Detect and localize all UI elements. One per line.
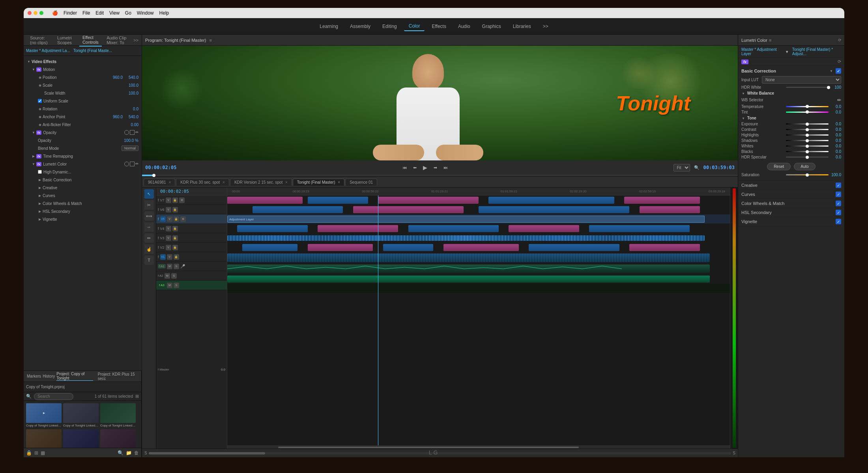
menu-window[interactable]: Window <box>137 10 154 16</box>
tab-kdr15-close[interactable]: × <box>285 180 288 184</box>
minimize-button[interactable] <box>34 11 37 15</box>
nav-assembly[interactable]: Assembly <box>345 22 375 31</box>
clip-v4-4[interactable] <box>509 225 579 232</box>
track-v7-lock[interactable]: 🔒 <box>172 197 178 203</box>
tool-zoom[interactable]: T <box>144 255 154 265</box>
thumb-1[interactable]: Copy of Tonight Linked... 2:19 <box>63 403 99 428</box>
track-a3-target[interactable]: f A3 <box>158 283 166 287</box>
collapse-scale[interactable]: ◉ <box>38 83 42 87</box>
nav-graphics[interactable]: Graphics <box>477 22 506 31</box>
shadows-slider[interactable] <box>786 140 829 141</box>
maximize-button[interactable] <box>39 11 43 15</box>
track-v6-lock[interactable]: 🔒 <box>172 207 178 212</box>
tone-title[interactable]: ▼ Tone <box>741 116 841 121</box>
thumb-3[interactable]: Copy of Tonight Linked... 1:10 <box>26 429 62 448</box>
basic-correction-checkbox[interactable]: ✓ <box>836 68 841 74</box>
tl-zoom-slider[interactable] <box>149 452 731 454</box>
highlights-value[interactable]: 0.0 <box>830 133 841 137</box>
timeline-scrollbar[interactable] <box>227 445 730 449</box>
clip-v6-3[interactable] <box>479 206 629 213</box>
track-v3-lock[interactable]: 🔒 <box>172 235 178 241</box>
ec-hsl-secondary[interactable]: ▶ HSL Secondary <box>24 207 142 215</box>
basic-correction-collapse[interactable]: ▼ <box>829 69 833 73</box>
tool-pen[interactable]: ✏ <box>144 233 154 243</box>
hdr-specular-value[interactable]: 0.0 <box>830 155 841 159</box>
tl-zoom-out[interactable]: S <box>144 451 147 455</box>
nav-audio[interactable]: Audio <box>453 22 475 31</box>
tab-961a[interactable]: 961A6981 × <box>144 179 175 186</box>
hdr-specular-slider[interactable] <box>786 156 829 158</box>
opacity-pen-btn[interactable]: ✏ <box>135 130 138 135</box>
new-bin-btn[interactable]: 🔒 <box>26 450 32 456</box>
tab-kdr30[interactable]: KDR Plus 30 sec. spot × <box>176 179 229 186</box>
collapse-rotation[interactable]: ◉ <box>38 107 42 111</box>
reset-button[interactable]: Reset <box>767 163 791 170</box>
nav-more[interactable]: >> <box>538 22 553 31</box>
playback-progress[interactable] <box>142 175 738 176</box>
track-v7-settings[interactable]: ⚙ <box>179 197 185 203</box>
clip-v7-5[interactable] <box>624 197 700 204</box>
anti-flicker-value[interactable]: 0.00 <box>123 123 138 127</box>
clip-v7-4[interactable] <box>488 197 614 204</box>
temperature-thumb[interactable] <box>806 105 809 108</box>
position-y[interactable]: 540.0 <box>123 75 138 80</box>
current-timecode[interactable]: 00:00:02:05 <box>145 165 176 170</box>
lumetri-reset-btn[interactable]: ⟳ <box>838 38 841 42</box>
whites-value[interactable]: 0.0 <box>830 144 841 148</box>
apple-menu[interactable]: 🍎 <box>52 10 58 16</box>
nav-effects[interactable]: Effects <box>427 22 451 31</box>
lumetri-menu[interactable]: ≡ <box>769 38 771 43</box>
zoom-icon[interactable]: 🔍 <box>694 165 700 170</box>
menu-view[interactable]: View <box>109 10 120 16</box>
tl-timecode[interactable]: 00:00:02:05 <box>158 188 191 195</box>
position-x[interactable]: 960.0 <box>107 75 123 80</box>
scale-value[interactable]: 100.0 <box>123 83 138 88</box>
collapse-motion[interactable]: ▼ <box>32 67 36 71</box>
lumetri-pen-btn[interactable]: ✏ <box>135 162 138 166</box>
color-wheels-checkbox[interactable]: ✓ <box>836 201 841 206</box>
track-v5-target[interactable]: V5 <box>160 216 166 222</box>
clip-v2-6[interactable] <box>629 244 700 251</box>
scale-width-value[interactable]: 100.0 <box>123 91 138 95</box>
rotation-value[interactable]: 0.0 <box>123 107 138 111</box>
tab-kdr30-close[interactable]: × <box>223 180 225 184</box>
basic-correction-title[interactable]: Basic Correction ▼ ✓ <box>741 68 841 74</box>
track-v7-eye[interactable]: V <box>166 197 171 203</box>
opacity-section[interactable]: ▼ fx Opacity ✏ <box>24 128 142 136</box>
hsl-secondary-checkbox[interactable]: ✓ <box>836 210 841 215</box>
rotation-row[interactable]: ◉ Rotation 0.0 <box>24 105 142 113</box>
monitor-menu-btn[interactable]: ≡ <box>209 38 211 43</box>
hdr-white-value[interactable]: 100 <box>830 85 841 89</box>
highlights-thumb[interactable] <box>806 134 809 137</box>
menu-finder[interactable]: Finder <box>64 10 77 16</box>
scrollbar-thumb[interactable] <box>278 447 579 448</box>
ec-vignette-collapse[interactable]: ▶ <box>38 217 42 221</box>
tab-markers[interactable]: Markers <box>27 374 41 378</box>
clip-v4-5[interactable] <box>589 225 690 232</box>
tab-lumetri-scopes[interactable]: Lumetri Scopes <box>54 35 78 46</box>
anti-flicker-row[interactable]: ◉ Anti-flicker Filter 0.00 <box>24 121 142 128</box>
opacity-square-btn[interactable] <box>130 130 135 135</box>
clip-v4-2[interactable] <box>318 225 398 232</box>
track-v1-lock[interactable]: 🔒 <box>174 254 179 260</box>
track-a1-mic[interactable]: 🎤 <box>180 264 185 268</box>
tint-slider[interactable] <box>786 112 829 113</box>
uniform-scale-checkbox[interactable] <box>38 99 42 103</box>
thumb-5[interactable]: Copy of Tonight Linked... 0:19 <box>100 429 136 448</box>
close-button[interactable] <box>28 11 32 15</box>
ec-wheels-collapse[interactable]: ▶ <box>38 201 42 205</box>
high-dynamic-checkbox[interactable] <box>38 170 42 174</box>
track-v1-target[interactable]: V1 <box>160 254 166 260</box>
list-view-btn[interactable]: ⊞ <box>34 450 38 456</box>
clip-v7-3[interactable] <box>378 197 479 204</box>
track-v4-lock[interactable]: 🔒 <box>172 226 178 231</box>
nav-editing[interactable]: Editing <box>378 22 402 31</box>
exposure-thumb[interactable] <box>806 123 809 126</box>
progress-thumb[interactable] <box>152 174 155 177</box>
wb-collapse[interactable]: ▼ <box>741 92 745 96</box>
sequence-dropdown-lumetri[interactable]: Tonight (Final Master) * Adjust... <box>792 47 841 56</box>
tint-value[interactable]: 0.0 <box>830 110 841 114</box>
ec-basic-correction[interactable]: ▶ Basic Correction <box>24 176 142 184</box>
sequence-dropdown[interactable]: Tonight (Final Maste... <box>73 48 112 53</box>
ec-creative-collapse[interactable]: ▶ <box>38 186 42 190</box>
